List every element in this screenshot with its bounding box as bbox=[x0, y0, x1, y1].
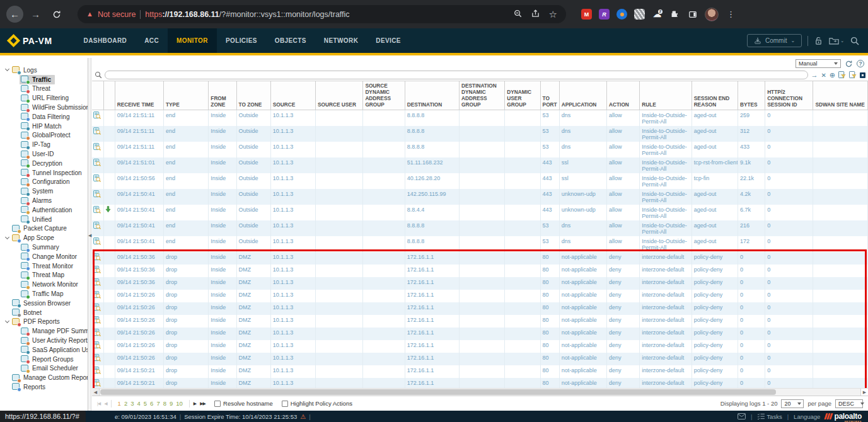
log-row[interactable]: 09/14 21:50:36dropInsideDMZ10.1.1.3172.1… bbox=[92, 277, 868, 290]
extensions-puzzle-icon[interactable] bbox=[669, 9, 680, 20]
log-detail-icon[interactable] bbox=[92, 252, 103, 265]
sidebar-item-ip-tag[interactable]: IP-Tag bbox=[0, 140, 88, 149]
sidebar-item-traffic-map[interactable]: Traffic Map bbox=[0, 289, 88, 299]
log-detail-icon[interactable] bbox=[92, 142, 103, 157]
sidebar-item-unified[interactable]: Unified bbox=[0, 215, 88, 224]
log-detail-icon[interactable] bbox=[92, 173, 103, 189]
log-detail-icon[interactable] bbox=[92, 290, 103, 302]
highlight-policy-actions-checkbox[interactable] bbox=[282, 401, 288, 407]
page-number-2[interactable]: 2 bbox=[124, 400, 127, 407]
tab-acc[interactable]: ACC bbox=[136, 28, 168, 53]
sidebar-splitter[interactable]: ◀ bbox=[88, 58, 91, 411]
ext-cloud-icon[interactable]: ☁2 bbox=[652, 9, 663, 20]
tab-dashboard[interactable]: DASHBOARD bbox=[75, 28, 136, 53]
col-header-receive-time[interactable]: RECEIVE TIME bbox=[115, 81, 163, 110]
share-icon[interactable] bbox=[531, 9, 540, 20]
log-row[interactable]: 09/14 21:50:36dropInsideDMZ10.1.1.3172.1… bbox=[92, 252, 868, 265]
refresh-logs-icon[interactable] bbox=[845, 60, 853, 68]
address-bar[interactable]: ▲ Not secure https://192.168.86.11/?#mon… bbox=[78, 5, 566, 23]
col-header-session-end-reason[interactable]: SESSION END REASON bbox=[692, 81, 738, 110]
log-row[interactable]: 09/14 21:50:26dropInsideDMZ10.1.1.3172.1… bbox=[92, 353, 868, 365]
language-button[interactable]: Language bbox=[794, 413, 820, 420]
browser-refresh-button[interactable] bbox=[48, 6, 65, 23]
sidebar-item-session-browser[interactable]: Session Browser bbox=[0, 299, 88, 308]
col-header-source-user[interactable]: SOURCE USER bbox=[316, 81, 363, 110]
resolve-hostname-checkbox[interactable] bbox=[214, 401, 221, 407]
prev-page-button[interactable]: ◀ bbox=[104, 401, 107, 406]
log-row[interactable]: 09/14 21:50:26dropInsideDMZ10.1.1.3172.1… bbox=[92, 315, 868, 328]
chevron-down-icon[interactable] bbox=[3, 237, 11, 239]
col-header-bytes[interactable]: BYTES bbox=[738, 81, 765, 110]
page-number-10[interactable]: 10 bbox=[176, 400, 183, 407]
sidebar-item-threat-map[interactable]: Threat Map bbox=[0, 271, 88, 280]
tasks-button[interactable]: Tasks bbox=[757, 413, 782, 420]
log-detail-icon[interactable] bbox=[92, 157, 103, 173]
tab-objects[interactable]: OBJECTS bbox=[266, 28, 315, 53]
ext-gmail-icon[interactable]: M bbox=[581, 9, 592, 20]
log-row[interactable]: 09/14 21:50:41endInsideOutside10.1.1.314… bbox=[92, 189, 868, 205]
log-filter-input[interactable] bbox=[105, 71, 808, 79]
sidebar-item-decryption[interactable]: Decryption bbox=[0, 159, 88, 168]
log-detail-icon[interactable] bbox=[92, 236, 103, 252]
tab-device[interactable]: DEVICE bbox=[367, 28, 410, 53]
page-number-5[interactable]: 5 bbox=[144, 400, 147, 407]
col-header-http2-connection-session-id[interactable]: HTTP/2 CONNECTION SESSION ID bbox=[765, 81, 813, 110]
first-page-button[interactable]: |◀ bbox=[97, 401, 100, 406]
col-header-rule[interactable]: RULE bbox=[640, 81, 692, 110]
sidebar-item-user-id[interactable]: User-ID bbox=[0, 149, 88, 159]
sidebar-item-reports[interactable]: Reports bbox=[0, 382, 88, 392]
page-number-1[interactable]: 1 bbox=[118, 400, 121, 407]
page-number-3[interactable]: 3 bbox=[130, 400, 134, 407]
sidebar-item-url-filtering[interactable]: URL Filtering bbox=[0, 93, 88, 103]
help-icon[interactable]: ? bbox=[857, 60, 864, 67]
sidebar-item-threat-monitor[interactable]: Threat Monitor bbox=[0, 261, 88, 271]
filter-builder-icon[interactable] bbox=[860, 72, 865, 78]
chevron-down-icon[interactable] bbox=[3, 69, 11, 71]
sidebar-item-logs[interactable]: Logs bbox=[0, 66, 88, 75]
col-header-detail[interactable] bbox=[92, 81, 103, 110]
side-panel-icon[interactable] bbox=[687, 9, 698, 20]
load-saved-filter-icon[interactable] bbox=[838, 71, 846, 79]
log-detail-icon[interactable] bbox=[92, 365, 103, 378]
add-filter-icon[interactable]: ⊕ bbox=[830, 71, 835, 79]
scroll-left-icon[interactable]: ◀ bbox=[92, 389, 100, 396]
bookmark-star-icon[interactable]: ☆ bbox=[549, 9, 557, 20]
sidebar-item-configuration[interactable]: Configuration bbox=[0, 178, 88, 187]
sidebar-item-packet-capture[interactable]: Packet Capture bbox=[0, 224, 88, 234]
log-detail-icon[interactable] bbox=[92, 220, 103, 236]
ext-r-icon[interactable]: R bbox=[599, 9, 610, 20]
log-row[interactable]: 09/14 21:50:21dropInsideDMZ10.1.1.3172.1… bbox=[92, 378, 868, 389]
log-detail-icon[interactable] bbox=[92, 265, 103, 277]
refresh-mode-select[interactable]: Manual bbox=[796, 59, 841, 68]
save-filter-icon[interactable] bbox=[849, 71, 857, 79]
log-detail-icon[interactable] bbox=[92, 126, 103, 142]
log-row[interactable]: 09/14 21:50:41endInsideOutside10.1.1.38.… bbox=[92, 220, 868, 236]
sidebar-item-user-activity-report[interactable]: User Activity Report bbox=[0, 336, 88, 345]
browser-back-button[interactable]: ← bbox=[6, 6, 23, 23]
log-row[interactable]: 09/14 21:50:26dropInsideDMZ10.1.1.3172.1… bbox=[92, 290, 868, 302]
sidebar-item-manage-pdf-summary[interactable]: Manage PDF Summary bbox=[0, 326, 88, 336]
horizontal-scrollbar[interactable]: ◀ ▶ bbox=[92, 388, 868, 396]
ext-gray-icon[interactable] bbox=[634, 9, 645, 20]
log-detail-icon[interactable] bbox=[92, 353, 103, 365]
sidebar-item-hip-match[interactable]: HIP Match bbox=[0, 122, 88, 131]
messages-envelope-icon[interactable] bbox=[738, 413, 746, 419]
sidebar-item-globalprotect[interactable]: GlobalProtect bbox=[0, 131, 88, 140]
log-row[interactable]: 09/14 21:50:41endInsideOutside10.1.1.38.… bbox=[92, 236, 868, 252]
col-header-from-zone[interactable]: FROM ZONE bbox=[209, 81, 236, 110]
log-detail-icon[interactable] bbox=[92, 340, 103, 353]
log-detail-icon[interactable] bbox=[92, 315, 103, 328]
sidebar-item-system[interactable]: System bbox=[0, 186, 88, 196]
sidebar-item-summary[interactable]: Summary bbox=[0, 242, 88, 252]
sidebar-item-botnet[interactable]: Botnet bbox=[0, 308, 88, 317]
log-detail-icon[interactable] bbox=[92, 189, 103, 205]
col-header-destination-dynamic-address-group[interactable]: DESTINATION DYNAMIC ADDRESS GROUP bbox=[460, 81, 505, 110]
scroll-right-icon[interactable]: ▶ bbox=[860, 389, 868, 396]
log-row[interactable]: 09/14 21:50:56endInsideOutside10.1.1.340… bbox=[92, 173, 868, 189]
per-page-select[interactable]: 20 bbox=[781, 399, 804, 408]
page-number-6[interactable]: 6 bbox=[150, 400, 153, 407]
browser-menu-icon[interactable]: ⋮ bbox=[726, 9, 736, 19]
log-row[interactable]: 09/14 21:50:26dropInsideDMZ10.1.1.3172.1… bbox=[92, 302, 868, 315]
col-header-flag[interactable] bbox=[103, 81, 115, 110]
profile-avatar[interactable] bbox=[705, 8, 719, 21]
